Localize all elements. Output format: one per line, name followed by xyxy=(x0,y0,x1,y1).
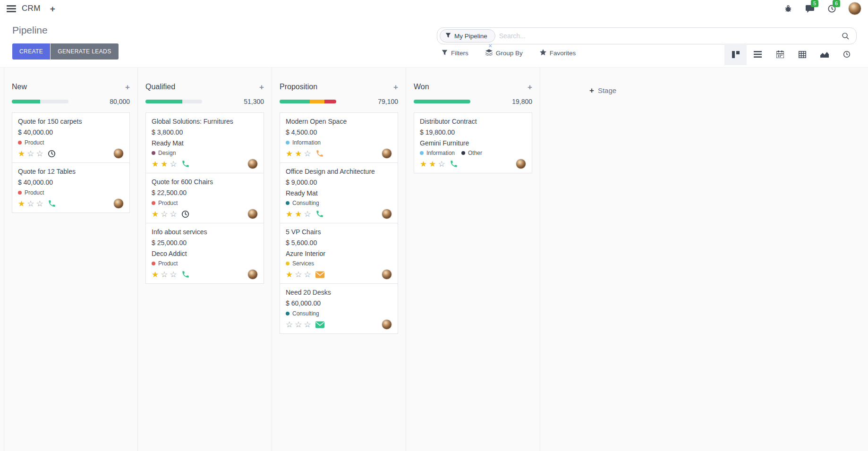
salesperson-avatar[interactable] xyxy=(516,159,526,169)
priority-stars[interactable]: ★★☆ xyxy=(286,210,311,218)
salesperson-avatar[interactable] xyxy=(247,159,258,169)
star-empty-icon[interactable]: ☆ xyxy=(161,210,168,218)
star-filled-icon[interactable]: ★ xyxy=(18,200,25,208)
activities-icon[interactable]: 6 xyxy=(826,3,837,14)
priority-stars[interactable]: ★☆☆ xyxy=(286,271,311,279)
user-avatar[interactable] xyxy=(848,2,861,15)
graph-view-icon[interactable] xyxy=(813,43,835,65)
kanban-card[interactable]: Need 20 Desks $ 60,000.00 Consulting ☆☆☆ xyxy=(280,283,398,334)
bug-icon[interactable] xyxy=(783,3,793,14)
star-empty-icon[interactable]: ☆ xyxy=(304,150,311,158)
kanban-card[interactable]: Quote for 600 Chairs $ 22,500.00 Product… xyxy=(145,173,264,223)
create-button[interactable]: CREATE xyxy=(12,43,50,60)
clock-icon[interactable] xyxy=(181,210,189,218)
generate-leads-button[interactable]: GENERATE LEADS xyxy=(51,43,118,60)
star-empty-icon[interactable]: ☆ xyxy=(304,271,311,279)
star-filled-icon[interactable]: ★ xyxy=(429,160,436,168)
list-view-icon[interactable] xyxy=(747,43,769,65)
phone-icon[interactable] xyxy=(315,210,324,218)
column-progressbar[interactable] xyxy=(280,100,336,103)
group-by-menu[interactable]: Group By xyxy=(485,49,523,57)
envelope-icon[interactable] xyxy=(315,321,324,328)
apps-menu-icon[interactable] xyxy=(7,5,16,12)
salesperson-avatar[interactable] xyxy=(382,319,392,330)
search-icon[interactable] xyxy=(842,32,850,40)
star-filled-icon[interactable]: ★ xyxy=(152,160,159,168)
column-progressbar[interactable] xyxy=(145,100,202,103)
calendar-view-icon[interactable] xyxy=(769,43,791,65)
kanban-card[interactable]: Quote for 12 Tables $ 40,000.00 Product … xyxy=(12,162,130,213)
add-stage-button[interactable]: Stage xyxy=(589,86,616,94)
star-empty-icon[interactable]: ☆ xyxy=(304,321,311,329)
quick-add-icon[interactable] xyxy=(259,83,264,91)
quick-add-icon[interactable] xyxy=(528,83,532,91)
star-filled-icon[interactable]: ★ xyxy=(420,160,427,168)
salesperson-avatar[interactable] xyxy=(247,209,258,219)
star-empty-icon[interactable]: ☆ xyxy=(36,200,43,208)
star-empty-icon[interactable]: ☆ xyxy=(170,271,177,279)
search-input[interactable] xyxy=(499,32,842,40)
star-filled-icon[interactable]: ★ xyxy=(152,210,159,218)
column-title[interactable]: Won xyxy=(414,83,429,91)
salesperson-avatar[interactable] xyxy=(382,209,392,219)
activity-view-icon[interactable] xyxy=(835,43,858,65)
priority-stars[interactable]: ★☆☆ xyxy=(152,271,177,279)
phone-icon[interactable] xyxy=(315,149,324,158)
column-progressbar[interactable] xyxy=(12,100,68,103)
star-empty-icon[interactable]: ☆ xyxy=(304,210,311,218)
star-empty-icon[interactable]: ☆ xyxy=(27,200,34,208)
column-title[interactable]: New xyxy=(12,83,27,91)
kanban-card[interactable]: Global Solutions: Furnitures $ 3,800.00 … xyxy=(145,112,264,173)
app-name[interactable]: CRM xyxy=(22,4,41,13)
star-filled-icon[interactable]: ★ xyxy=(295,150,302,158)
plus-icon[interactable] xyxy=(50,4,55,13)
kanban-card[interactable]: Info about services $ 25,000.00 Deco Add… xyxy=(145,223,264,284)
priority-stars[interactable]: ★☆☆ xyxy=(152,210,177,218)
phone-icon[interactable] xyxy=(48,199,56,208)
star-filled-icon[interactable]: ★ xyxy=(295,210,302,218)
star-empty-icon[interactable]: ☆ xyxy=(286,321,293,329)
salesperson-avatar[interactable] xyxy=(382,148,392,159)
star-filled-icon[interactable]: ★ xyxy=(286,210,293,218)
search-bar[interactable]: My Pipeline xyxy=(437,27,857,44)
filters-menu[interactable]: Filters xyxy=(442,49,468,57)
star-filled-icon[interactable]: ★ xyxy=(152,271,159,279)
column-title[interactable]: Proposition xyxy=(280,83,317,91)
salesperson-avatar[interactable] xyxy=(382,269,392,280)
star-empty-icon[interactable]: ☆ xyxy=(295,271,302,279)
salesperson-avatar[interactable] xyxy=(113,148,124,159)
priority-stars[interactable]: ★★☆ xyxy=(420,160,445,168)
star-filled-icon[interactable]: ★ xyxy=(161,160,168,168)
priority-stars[interactable]: ☆☆☆ xyxy=(286,321,311,329)
kanban-card[interactable]: 5 VP Chairs $ 5,600.00 Azure Interior Se… xyxy=(280,223,398,284)
priority-stars[interactable]: ★★☆ xyxy=(152,160,177,168)
star-empty-icon[interactable]: ☆ xyxy=(27,150,34,158)
kanban-card[interactable]: Quote for 150 carpets $ 40,000.00 Produc… xyxy=(12,112,130,163)
star-filled-icon[interactable]: ★ xyxy=(286,271,293,279)
star-filled-icon[interactable]: ★ xyxy=(18,150,25,158)
star-empty-icon[interactable]: ☆ xyxy=(295,321,302,329)
phone-icon[interactable] xyxy=(450,160,458,168)
pivot-view-icon[interactable] xyxy=(791,43,813,65)
kanban-card[interactable]: Office Design and Architecture $ 9,000.0… xyxy=(280,162,398,223)
messages-icon[interactable]: 5 xyxy=(805,3,815,14)
quick-add-icon[interactable] xyxy=(393,83,398,91)
salesperson-avatar[interactable] xyxy=(113,198,124,209)
favorites-menu[interactable]: Favorites xyxy=(540,49,576,57)
column-progressbar[interactable] xyxy=(414,100,470,103)
kanban-view-icon[interactable] xyxy=(724,43,747,65)
column-title[interactable]: Qualified xyxy=(145,83,175,91)
facet-close-icon[interactable] xyxy=(488,43,492,49)
priority-stars[interactable]: ★☆☆ xyxy=(18,200,43,208)
priority-stars[interactable]: ★☆☆ xyxy=(18,150,43,158)
star-empty-icon[interactable]: ☆ xyxy=(36,150,43,158)
kanban-card[interactable]: Distributor Contract $ 19,800.00 Gemini … xyxy=(414,112,532,173)
envelope-icon[interactable] xyxy=(315,271,324,278)
salesperson-avatar[interactable] xyxy=(247,269,258,280)
phone-icon[interactable] xyxy=(181,270,190,279)
clock-icon[interactable] xyxy=(48,150,56,158)
star-empty-icon[interactable]: ☆ xyxy=(170,160,177,168)
quick-add-icon[interactable] xyxy=(125,83,130,91)
star-empty-icon[interactable]: ☆ xyxy=(438,160,445,168)
star-filled-icon[interactable]: ★ xyxy=(286,150,293,158)
